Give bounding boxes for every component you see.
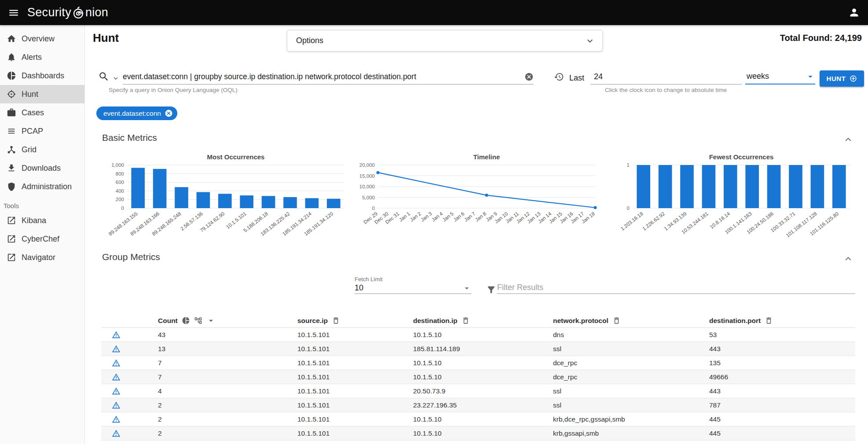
svg-text:200: 200 [116, 197, 124, 202]
cell-network-protocol: krb,gssapi,smb [553, 426, 599, 440]
chart-fewest-occurrences: Fewest Occurrences011.203.16.181.226.62.… [607, 154, 853, 244]
column-header-count[interactable]: Count [158, 313, 216, 328]
onion-logo-icon [72, 6, 85, 19]
cell-network-protocol: ssl [553, 342, 561, 356]
warning-triangle-icon[interactable] [112, 415, 121, 424]
column-header-network-protocol[interactable]: network.protocol [553, 313, 621, 328]
cell-count: 43 [158, 328, 165, 342]
filter-results-input[interactable] [497, 283, 855, 292]
svg-text:Jan 3: Jan 3 [420, 211, 433, 223]
cell-destination-port: 49666 [709, 370, 728, 384]
time-unit-select[interactable]: weeks [745, 69, 815, 84]
warning-triangle-icon[interactable] [112, 359, 121, 367]
svg-text:Timeline: Timeline [473, 154, 500, 161]
sidebar-item-cyberchef[interactable]: CyberChef [0, 230, 84, 248]
column-header-destination-port[interactable]: destination.port [709, 313, 773, 328]
user-account-icon[interactable] [840, 7, 868, 18]
time-unit-value: weeks [745, 72, 769, 81]
options-dropdown[interactable]: Options [287, 30, 603, 51]
time-value-input[interactable] [590, 72, 742, 81]
sidebar-item-administration[interactable]: Administration [0, 177, 84, 196]
sidebar-item-label: Overview [22, 34, 55, 44]
column-header-destination-ip[interactable]: destination.ip [413, 313, 470, 328]
network-icon [7, 145, 16, 154]
table-row[interactable]: 1310.1.5.101185.81.114.189ssl443 [101, 342, 855, 356]
warning-triangle-icon[interactable] [112, 330, 121, 339]
sidebar-item-overview[interactable]: Overview [0, 29, 84, 48]
cell-count: 2 [158, 426, 162, 440]
hamburger-menu-icon[interactable] [0, 7, 27, 18]
table-row[interactable]: 210.1.5.10110.1.5.10krb,gssapi,smb445 [101, 426, 855, 440]
svg-text:Jan 2: Jan 2 [409, 211, 422, 223]
pie-chart-icon[interactable] [182, 316, 190, 325]
table-row[interactable]: 410.1.5.10120.50.73.9ssl443 [101, 384, 855, 398]
time-hint: Click the clock icon to change to absolu… [605, 87, 727, 93]
basic-metrics-collapse-icon[interactable] [842, 134, 854, 145]
trash-icon[interactable] [461, 316, 470, 325]
chart-svg: Timeline05,00010,00015,00020,000Dec 29De… [352, 154, 599, 244]
group-metrics-collapse-icon[interactable] [842, 253, 854, 264]
cell-network-protocol: krb,dce_rpc,gssapi,smb [553, 412, 625, 426]
remove-filter-icon[interactable] [165, 109, 173, 117]
cell-destination-ip: 10.1.5.10 [413, 426, 442, 440]
warning-triangle-icon[interactable] [112, 401, 121, 410]
table-row[interactable]: 210.1.5.10110.1.5.10krb,dce_rpc,gssapi,s… [101, 412, 855, 426]
warning-triangle-icon[interactable] [112, 373, 121, 382]
table-row[interactable]: 210.1.5.10123.227.196.35ssl787 [101, 398, 855, 412]
search-icon[interactable] [98, 71, 110, 82]
cell-destination-ip: 10.1.5.10 [413, 412, 442, 426]
dropdown-arrow-icon[interactable] [206, 316, 216, 325]
sidebar-item-hunt[interactable]: Hunt [0, 85, 84, 103]
column-label: Count [158, 317, 178, 325]
cell-source-ip: 10.1.5.101 [297, 384, 330, 398]
sidebar-item-grid[interactable]: Grid [0, 140, 84, 159]
cell-source-ip: 10.1.5.101 [297, 412, 330, 426]
fetch-limit-select[interactable]: 10 [355, 283, 472, 294]
svg-text:Jan 4: Jan 4 [431, 211, 444, 223]
warning-triangle-icon[interactable] [112, 387, 121, 396]
svg-text:Most Occurrences: Most Occurrences [207, 154, 265, 161]
cell-destination-port: 135 [709, 356, 721, 370]
cell-network-protocol: ssl [553, 384, 561, 398]
sidebar-item-label: Downloads [22, 164, 61, 173]
sidebar-item-alerts[interactable]: Alerts [0, 48, 84, 66]
trash-icon[interactable] [765, 316, 773, 325]
chart-most-occurrences: Most Occurrences02004006008001,00089.248… [102, 154, 348, 244]
cell-network-protocol: dce_rpc [553, 370, 577, 384]
query-input[interactable] [123, 72, 521, 81]
total-found: Total Found: 24,199 [780, 33, 862, 43]
filter-chip[interactable]: event.dataset:conn [96, 106, 177, 120]
cell-source-ip: 10.1.5.101 [297, 370, 330, 384]
external-icon [7, 253, 16, 262]
cell-destination-port: 787 [709, 398, 721, 412]
cell-count: 4 [158, 384, 162, 398]
trash-icon[interactable] [612, 316, 621, 325]
sidebar-item-navigator[interactable]: Navigator [0, 248, 84, 267]
column-header-source-ip[interactable]: source.ip [297, 313, 340, 328]
sidebar-tools: KibanaCyberChefNavigator [0, 211, 84, 267]
warning-triangle-icon[interactable] [112, 345, 121, 353]
svg-text:800: 800 [116, 171, 124, 176]
sidebar-item-dashboards[interactable]: Dashboards [0, 66, 84, 85]
sidebar-item-pcap[interactable]: PCAP [0, 122, 84, 140]
query-history-chevron-icon[interactable] [112, 74, 120, 82]
svg-text:Jan 1: Jan 1 [398, 211, 411, 223]
table-row[interactable]: 4310.1.5.10110.1.5.10dns53 [101, 328, 855, 342]
chart-svg: Most Occurrences02004006008001,00089.248… [102, 154, 348, 244]
sidebar-item-label: Dashboards [22, 71, 64, 81]
warning-triangle-icon[interactable] [112, 429, 121, 438]
group-metrics-title: Group Metrics [102, 252, 160, 262]
svg-text:1,000: 1,000 [111, 162, 124, 168]
history-clock-icon[interactable] [554, 72, 564, 82]
clear-query-icon[interactable] [524, 72, 534, 81]
sidebar-item-label: Hunt [22, 90, 38, 99]
group-tree-icon[interactable] [194, 316, 202, 325]
sidebar-item-downloads[interactable]: Downloads [0, 159, 84, 177]
svg-text:5,000: 5,000 [362, 195, 375, 200]
hunt-button[interactable]: HUNT [820, 70, 864, 87]
sidebar-item-cases[interactable]: Cases [0, 103, 84, 122]
table-row[interactable]: 710.1.5.10110.1.5.10dce_rpc49666 [101, 370, 855, 384]
table-row[interactable]: 710.1.5.10110.1.5.10dce_rpc135 [101, 356, 855, 370]
sidebar-item-kibana[interactable]: Kibana [0, 211, 84, 230]
trash-icon[interactable] [332, 316, 340, 325]
